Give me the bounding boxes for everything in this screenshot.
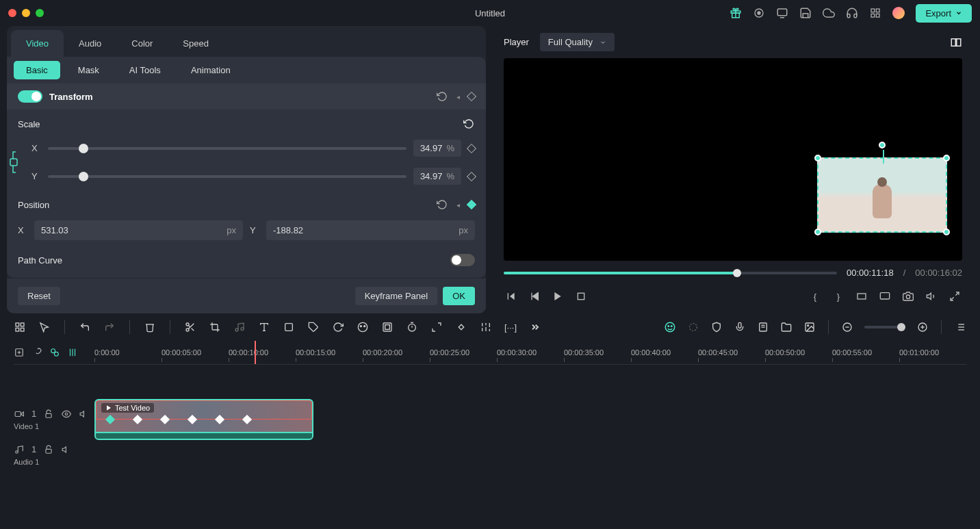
refresh-tool-icon[interactable] <box>332 321 344 333</box>
frame-icon[interactable] <box>283 321 295 333</box>
tab-color[interactable]: Color <box>116 30 168 57</box>
headphones-icon[interactable] <box>846 7 858 19</box>
pointer-icon[interactable] <box>38 321 51 333</box>
scale-y-keyframe[interactable] <box>467 171 476 181</box>
tab-audio[interactable]: Audio <box>64 30 116 57</box>
in-point-icon[interactable]: { <box>808 289 823 304</box>
gift-icon[interactable] <box>730 7 742 19</box>
add-track-icon[interactable] <box>14 347 25 358</box>
subtab-basic[interactable]: Basic <box>14 61 60 79</box>
out-point-icon[interactable]: } <box>831 289 846 304</box>
preview-viewport[interactable] <box>504 58 962 261</box>
expand-tool-icon[interactable] <box>430 321 443 333</box>
more-tools-icon[interactable] <box>529 321 541 333</box>
audio-track-body[interactable] <box>94 440 966 469</box>
playhead[interactable] <box>255 341 256 364</box>
track-lock-icon[interactable] <box>43 409 54 420</box>
reset-button[interactable]: Reset <box>18 287 60 305</box>
ai-assist-icon[interactable] <box>664 321 676 333</box>
snapshot-icon[interactable] <box>901 289 916 304</box>
selected-clip-overlay[interactable] <box>817 157 947 233</box>
scale-x-input[interactable]: 34.97% <box>413 140 461 157</box>
keyframe-panel-button[interactable]: Keyframe Panel <box>355 287 438 305</box>
tag-icon[interactable] <box>307 321 320 333</box>
resize-handle-bl[interactable] <box>814 229 821 235</box>
shield-icon[interactable] <box>710 321 723 333</box>
undo-icon[interactable] <box>79 321 91 333</box>
position-keyframe-diamond[interactable] <box>467 200 476 209</box>
transform-toggle[interactable] <box>18 90 42 103</box>
track-eye-icon[interactable] <box>61 409 72 420</box>
zoom-in-icon[interactable] <box>916 321 929 333</box>
music-icon[interactable] <box>233 321 246 333</box>
path-curve-toggle[interactable] <box>450 254 475 266</box>
brackets-icon[interactable]: [···] <box>504 321 517 333</box>
group-icon[interactable] <box>381 321 394 333</box>
mic-icon[interactable] <box>734 321 746 333</box>
export-button[interactable]: Export <box>916 4 972 23</box>
rotate-handle[interactable] <box>879 142 886 149</box>
scale-y-slider[interactable] <box>48 175 407 178</box>
timeline-clip[interactable]: Test Video <box>94 399 313 440</box>
fullscreen-icon[interactable] <box>947 289 962 304</box>
timer-icon[interactable] <box>406 321 418 333</box>
keyframe-marker[interactable] <box>160 415 170 424</box>
folder-icon[interactable] <box>780 321 792 333</box>
scale-x-keyframe[interactable] <box>467 143 476 153</box>
fx-icon[interactable] <box>49 347 60 358</box>
keyframe-tool-icon[interactable] <box>455 321 467 333</box>
ratio-icon[interactable] <box>854 289 869 304</box>
cut-icon[interactable] <box>184 321 196 333</box>
marker-icon[interactable] <box>67 347 78 358</box>
monitor-icon[interactable] <box>776 7 788 19</box>
image-icon[interactable] <box>803 321 816 333</box>
video-track-body[interactable]: Test Video <box>94 399 966 439</box>
cloud-icon[interactable] <box>823 7 835 19</box>
ruler-scale[interactable]: 0:00:00 00:00:05:00 00:00:10:00 00:00:15… <box>94 341 966 364</box>
zoom-out-icon[interactable] <box>841 321 853 333</box>
user-avatar[interactable] <box>892 7 905 19</box>
scale-y-input[interactable]: 34.97% <box>413 168 461 185</box>
resize-handle-br[interactable] <box>943 229 950 235</box>
list-view-icon[interactable] <box>954 321 966 333</box>
apps-icon[interactable] <box>869 7 881 19</box>
transform-keyframe-diamond[interactable] <box>467 92 476 101</box>
resize-handle-tr[interactable] <box>943 155 950 162</box>
prev-frame-button[interactable] <box>504 289 519 304</box>
grid-icon[interactable] <box>14 321 26 333</box>
tab-speed[interactable]: Speed <box>168 30 224 57</box>
scale-x-slider[interactable] <box>48 147 407 150</box>
screen-icon[interactable] <box>877 289 892 304</box>
target-icon[interactable] <box>687 321 699 333</box>
zoom-slider[interactable] <box>864 326 905 328</box>
quality-dropdown[interactable]: Full Quality <box>540 33 615 51</box>
position-reset-icon[interactable] <box>436 198 448 211</box>
subtab-mask[interactable]: Mask <box>66 61 112 79</box>
step-back-button[interactable] <box>527 289 542 304</box>
keyframe-marker[interactable] <box>188 415 197 424</box>
maximize-window-button[interactable] <box>36 9 44 17</box>
text-icon[interactable] <box>258 321 270 333</box>
redo-icon[interactable] <box>103 321 116 333</box>
volume-icon[interactable] <box>924 289 939 304</box>
progress-track[interactable] <box>504 272 837 274</box>
save-icon[interactable] <box>799 7 812 19</box>
ok-button[interactable]: OK <box>443 287 475 305</box>
compare-view-icon[interactable] <box>950 36 962 49</box>
pos-y-input[interactable]: -188.82px <box>266 220 475 240</box>
tab-video[interactable]: Video <box>11 30 64 57</box>
link-tracks-icon[interactable] <box>31 347 42 358</box>
scale-lock-icon[interactable] <box>7 134 21 190</box>
close-window-button[interactable] <box>8 9 16 17</box>
keyframe-marker[interactable] <box>242 415 252 424</box>
minimize-window-button[interactable] <box>22 9 30 17</box>
progress-thumb[interactable] <box>733 269 741 277</box>
subtab-ai-tools[interactable]: AI Tools <box>117 61 173 79</box>
reset-icon[interactable] <box>436 90 448 103</box>
record-icon[interactable] <box>753 7 765 19</box>
delete-icon[interactable] <box>144 321 156 333</box>
resize-handle-tl[interactable] <box>814 155 821 162</box>
sliders-icon[interactable] <box>480 321 492 333</box>
audio-track-lock-icon[interactable] <box>43 444 54 455</box>
audio-track-mute-icon[interactable] <box>61 444 72 455</box>
